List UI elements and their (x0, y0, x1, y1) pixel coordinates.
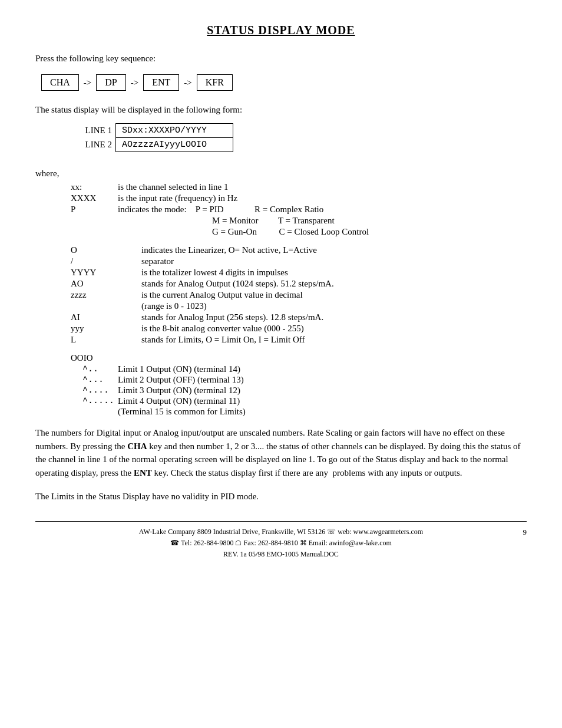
def-row-xxxx: XXXX is the input rate (frequency) in Hz (71, 193, 527, 203)
display-line-row-2: LINE 2 AOzzzzAIyyyLOOIO (77, 137, 527, 152)
def-desc-zzzz: is the current Analog Output value in de… (141, 290, 527, 300)
line2-content: AOzzzzAIyyyLOOIO (115, 137, 233, 152)
def-row-yyy: yyy is the 8-bit analog converter value … (71, 324, 527, 334)
where-label: where, (35, 169, 527, 179)
def-row-slash: / separator (71, 256, 527, 266)
def-row-zzzz: zzzz is the current Analog Output value … (71, 290, 527, 300)
def-term-yyy: yyy (71, 324, 141, 334)
footer-line3: REV. 1a 05/98 EMO-1005 Manual.DOC (35, 549, 527, 560)
def-term-xx: xx: (71, 182, 118, 192)
display-lines: LINE 1 SDxx:XXXXPO/YYYY LINE 2 AOzzzzAIy… (77, 123, 527, 152)
ooio-desc-2: Limit 2 Output (OFF) (terminal 13) (118, 375, 527, 385)
display-line-row-1: LINE 1 SDxx:XXXXPO/YYYY (77, 123, 527, 137)
ooio-sym-3: ^.... (82, 386, 118, 396)
def-row-o: O indicates the Linearizer, O= Not activ… (71, 245, 527, 255)
display-form-text: The status display will be displayed in … (35, 105, 527, 115)
ooio-item-5: (Terminal 15 is common for Limits) (82, 407, 527, 417)
line1-label: LINE 1 (77, 126, 112, 136)
key-cha: CHA (41, 74, 79, 91)
footer-line1: AW-Lake Company 8809 Industrial Drive, F… (35, 526, 527, 538)
def-desc-xxxx: is the input rate (frequency) in Hz (118, 193, 527, 203)
arrow-2: -> (131, 78, 138, 88)
def-term-p: P (71, 205, 118, 215)
def-row-ai: AI stands for Analog Input (256 steps). … (71, 312, 527, 322)
ooio-sym-1: ^.. (82, 364, 118, 374)
key-sequence: CHA -> DP -> ENT -> KFR (41, 74, 527, 91)
def-row-mode-2: M = Monitor T = Transparent (71, 216, 527, 226)
def-term-ai: AI (71, 312, 141, 322)
ooio-item-2: ^... Limit 2 Output (OFF) (terminal 13) (82, 375, 527, 385)
def-term-p3 (71, 227, 118, 237)
key-dp: DP (96, 74, 125, 91)
def-term-p2 (71, 216, 118, 226)
ooio-sym-4: ^..... (82, 396, 118, 406)
where-section: where, xx: is the channel selected in li… (35, 169, 527, 417)
ooio-item-1: ^.. Limit 1 Output (ON) (terminal 14) (82, 364, 527, 374)
def-term-zzzz: zzzz (71, 290, 141, 300)
def-desc-o: indicates the Linearizer, O= Not active,… (141, 245, 527, 255)
def-term-ao: AO (71, 279, 141, 289)
def-row-mode-3: G = Gun-On C = Closed Loop Control (71, 227, 527, 237)
footer-line2: ☎ Tel: 262-884-9800 ☖ Fax: 262-884-9810 … (35, 538, 527, 549)
def-row-mode: P indicates the mode: P = PID R = Comple… (71, 205, 527, 215)
ooio-desc-3: Limit 3 Output (ON) (terminal 12) (118, 386, 527, 396)
ooio-sym-2: ^... (82, 375, 118, 385)
def-row-yyyy: YYYY is the totalizer lowest 4 digits in… (71, 268, 527, 278)
key-ent: ENT (143, 74, 179, 91)
def-desc-p2: M = Monitor T = Transparent (118, 216, 527, 226)
footer: AW-Lake Company 8809 Industrial Drive, F… (35, 521, 527, 561)
def-row-l: L stands for Limits, O = Limit On, I = L… (71, 335, 527, 345)
def-desc-slash: separator (141, 256, 527, 266)
paragraph1: The numbers for Digital input or Analog … (35, 426, 527, 479)
def-desc-yyy: is the 8-bit analog converter value (000… (141, 324, 527, 334)
line1-content: SDxx:XXXXPO/YYYY (115, 123, 233, 137)
ooio-title: OOIO (71, 353, 527, 363)
def-desc-zzzz-cont: (range is 0 - 1023) (141, 301, 527, 311)
arrow-1: -> (84, 78, 91, 88)
ooio-item-3: ^.... Limit 3 Output (ON) (terminal 12) (82, 386, 527, 396)
intro-text: Press the following key sequence: (35, 54, 527, 64)
def-term-yyyy: YYYY (71, 268, 141, 278)
paragraph2: The Limits in the Status Display have no… (35, 490, 527, 503)
line2-label: LINE 2 (77, 140, 112, 150)
def-desc-p: indicates the mode: P = PID R = Complex … (118, 205, 527, 215)
arrow-3: -> (184, 78, 191, 88)
ooio-desc-4: Limit 4 Output (ON) (terminal 11) (118, 396, 527, 406)
key-kfr: KFR (197, 74, 233, 91)
def-desc-p3: G = Gun-On C = Closed Loop Control (118, 227, 527, 237)
def-term-zzzz-cont (71, 301, 141, 311)
def-term-l: L (71, 335, 141, 345)
page-title: STATUS DISPLAY MODE (35, 24, 527, 37)
more-definitions-block: O indicates the Linearizer, O= Not activ… (71, 245, 527, 345)
def-desc-l: stands for Limits, O = Limit On, I = Lim… (141, 335, 527, 345)
def-desc-xx: is the channel selected in line 1 (118, 182, 527, 192)
def-row-zzzz-cont: (range is 0 - 1023) (71, 301, 527, 311)
def-desc-ao: stands for Analog Output (1024 steps). 5… (141, 279, 527, 289)
def-term-o: O (71, 245, 141, 255)
def-term-slash: / (71, 256, 141, 266)
ooio-section: OOIO ^.. Limit 1 Output (ON) (terminal 1… (71, 353, 527, 417)
ooio-desc-5: (Terminal 15 is common for Limits) (118, 407, 527, 417)
def-row-ao: AO stands for Analog Output (1024 steps)… (71, 279, 527, 289)
definitions-block: xx: is the channel selected in line 1 XX… (71, 182, 527, 237)
def-term-xxxx: XXXX (71, 193, 118, 203)
def-desc-yyyy: is the totalizer lowest 4 digits in impu… (141, 268, 527, 278)
cha-bold: CHA (127, 442, 147, 451)
page-number: 9 (523, 526, 527, 539)
def-row-xx: xx: is the channel selected in line 1 (71, 182, 527, 192)
ooio-item-4: ^..... Limit 4 Output (ON) (terminal 11) (82, 396, 527, 406)
ent-bold: ENT (134, 468, 152, 477)
def-desc-ai: stands for Analog Input (256 steps). 12.… (141, 312, 527, 322)
ooio-sym-5 (82, 407, 118, 417)
ooio-desc-1: Limit 1 Output (ON) (terminal 14) (118, 364, 527, 374)
